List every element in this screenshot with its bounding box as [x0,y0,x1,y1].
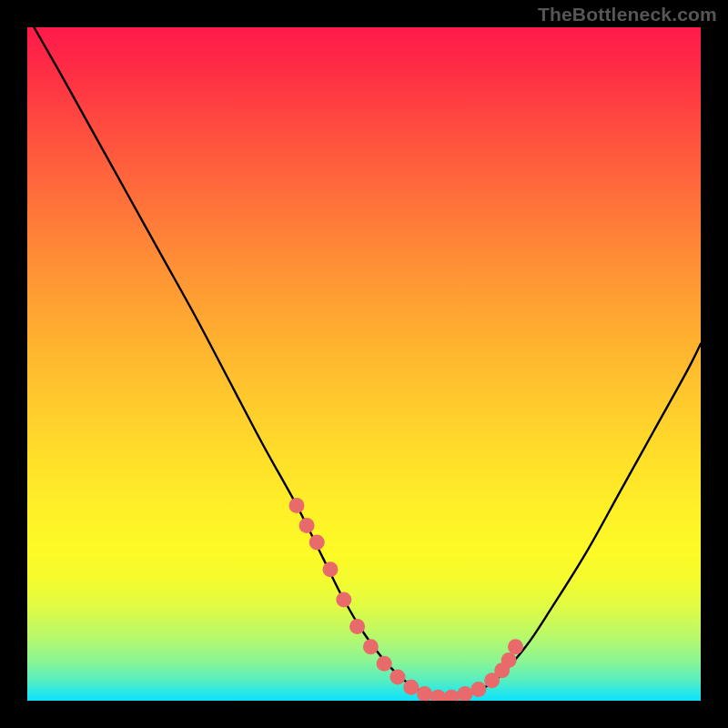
chart-container: TheBottleneck.com [0,0,728,728]
data-marker [508,639,523,654]
data-marker [299,518,315,533]
plot-area [27,27,701,701]
data-marker [349,619,365,634]
data-marker [289,498,305,513]
data-marker [309,535,325,551]
curve-path [34,27,701,698]
data-marker [377,656,392,672]
watermark-text: TheBottleneck.com [538,4,717,25]
data-marker [458,686,473,701]
data-marker [363,639,379,654]
data-marker [417,686,432,701]
data-markers [289,498,524,701]
curve-line [34,27,701,698]
data-marker [470,682,486,697]
chart-svg [27,27,701,701]
data-marker [430,690,446,701]
data-marker [390,670,406,685]
data-marker [323,561,339,577]
data-marker [444,690,460,701]
data-marker [403,680,419,695]
data-marker [336,592,351,608]
data-marker [501,652,517,668]
